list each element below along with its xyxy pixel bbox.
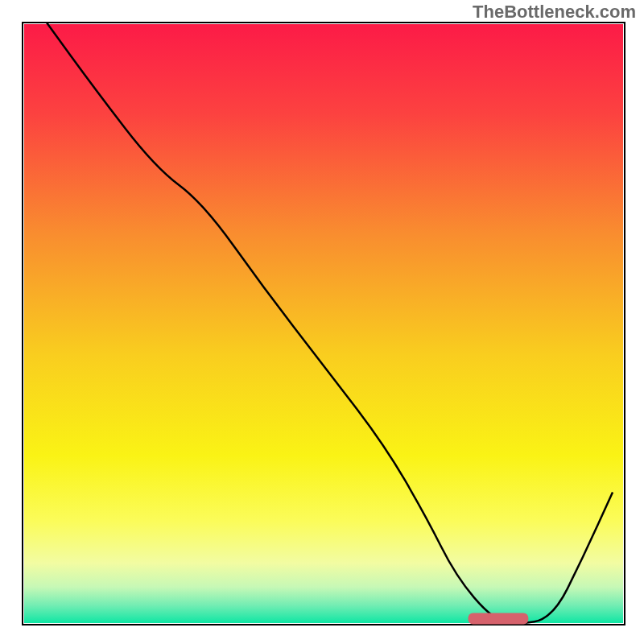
watermark-text: TheBottleneck.com bbox=[473, 2, 636, 23]
bottleneck-chart bbox=[0, 0, 644, 644]
chart-container: TheBottleneck.com bbox=[0, 0, 644, 644]
optimal-range-marker bbox=[469, 613, 529, 625]
